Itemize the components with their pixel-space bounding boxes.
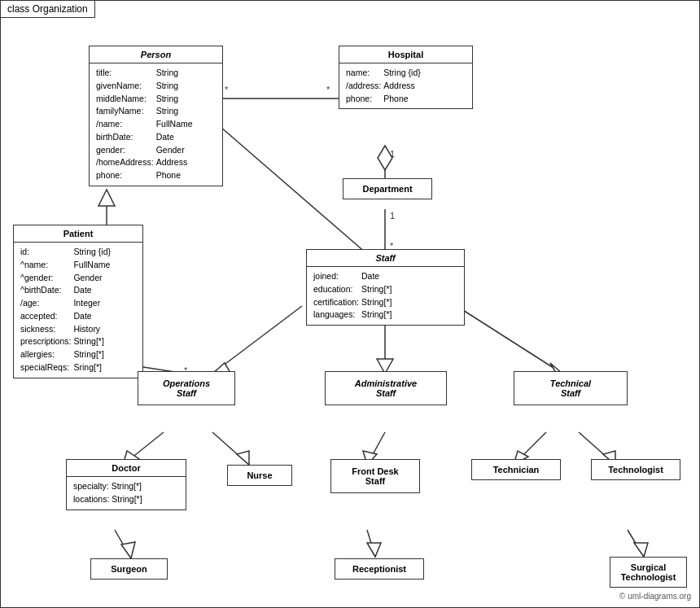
- operations-staff-class: OperationsStaff: [138, 371, 235, 405]
- patient-header: Patient: [14, 225, 142, 243]
- doctor-body: specialty: String[*] locations: String[*…: [67, 477, 186, 510]
- doctor-class: Doctor specialty: String[*] locations: S…: [66, 459, 186, 510]
- svg-text:*: *: [225, 85, 229, 94]
- operations-staff-label: OperationsStaff: [163, 378, 210, 398]
- hospital-class: Hospital name:String {id} /address:Addre…: [339, 46, 473, 109]
- staff-header: Staff: [307, 250, 464, 267]
- doctor-header: Doctor: [67, 460, 186, 477]
- svg-line-36: [628, 530, 644, 557]
- diagram-title: class Organization: [1, 1, 95, 18]
- person-class: Person title:String givenName:String mid…: [89, 46, 223, 186]
- technical-staff-label: TechnicalStaff: [550, 378, 591, 398]
- watermark: © uml-diagrams.org: [619, 592, 691, 601]
- technician-label: Technician: [493, 465, 540, 475]
- front-desk-staff-label: Front DeskStaff: [352, 466, 398, 486]
- person-body: title:String givenName:String middleName…: [90, 63, 222, 186]
- patient-class: Patient id:String {id} ^name:FullName ^g…: [13, 225, 143, 378]
- staff-class: Staff joined:Date education:String[*] ce…: [306, 249, 465, 326]
- svg-line-24: [212, 432, 249, 465]
- nurse-label: Nurse: [247, 470, 272, 480]
- department-class: Department: [343, 178, 432, 199]
- svg-line-34: [367, 530, 375, 557]
- surgeon-class: Surgeon: [90, 558, 168, 580]
- svg-marker-25: [237, 451, 249, 465]
- svg-line-16: [212, 306, 302, 374]
- person-header: Person: [90, 46, 222, 63]
- svg-line-20: [457, 306, 562, 374]
- patient-body: id:String {id} ^name:FullName ^gender:Ge…: [14, 243, 142, 378]
- receptionist-label: Receptionist: [352, 564, 406, 574]
- svg-marker-4: [378, 146, 392, 170]
- technologist-label: Technologist: [608, 465, 663, 475]
- administrative-staff-class: AdministrativeStaff: [325, 371, 447, 405]
- svg-marker-11: [98, 190, 115, 206]
- svg-marker-37: [634, 543, 648, 557]
- diagram-container: class Organization * * 1 * 1 * * *: [0, 0, 700, 608]
- svg-marker-35: [367, 543, 381, 557]
- department-label: Department: [362, 184, 412, 194]
- svg-text:1: 1: [390, 149, 395, 159]
- administrative-staff-label: AdministrativeStaff: [355, 378, 417, 398]
- surgeon-label: Surgeon: [111, 564, 147, 574]
- technologist-class: Technologist: [591, 459, 680, 480]
- nurse-class: Nurse: [227, 465, 292, 486]
- svg-text:1: 1: [390, 211, 395, 221]
- receptionist-class: Receptionist: [335, 558, 424, 580]
- svg-line-32: [115, 530, 131, 558]
- svg-marker-33: [121, 542, 135, 558]
- svg-text:*: *: [326, 85, 330, 94]
- technician-class: Technician: [471, 459, 561, 480]
- hospital-header: Hospital: [339, 46, 472, 63]
- staff-body: joined:Date education:String[*] certific…: [307, 267, 464, 325]
- front-desk-staff-class: Front DeskStaff: [330, 459, 420, 493]
- hospital-body: name:String {id} /address:Address phone:…: [339, 63, 472, 108]
- technical-staff-class: TechnicalStaff: [514, 371, 628, 405]
- surgical-technologist-class: SurgicalTechnologist: [610, 557, 687, 588]
- surgical-technologist-label: SurgicalTechnologist: [621, 562, 676, 582]
